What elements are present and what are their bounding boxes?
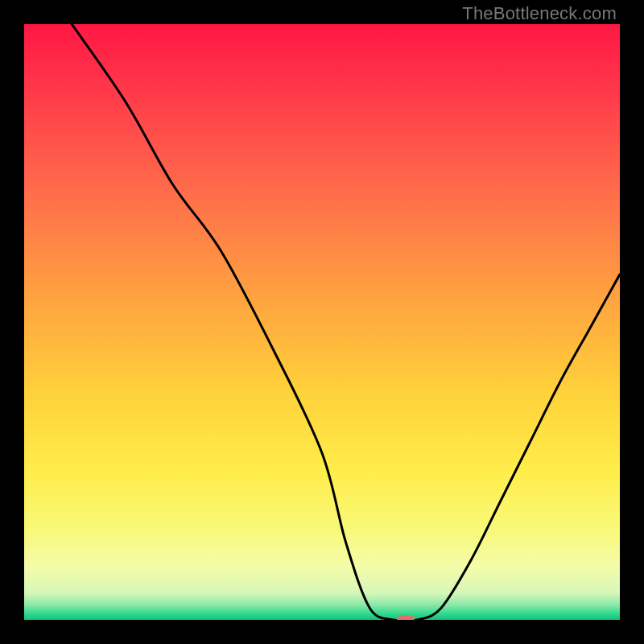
chart-frame: TheBottleneck.com — [0, 0, 644, 644]
optimum-marker — [397, 615, 415, 620]
plot-area — [24, 24, 620, 620]
bottleneck-curve — [24, 24, 620, 620]
watermark-text: TheBottleneck.com — [462, 3, 617, 24]
